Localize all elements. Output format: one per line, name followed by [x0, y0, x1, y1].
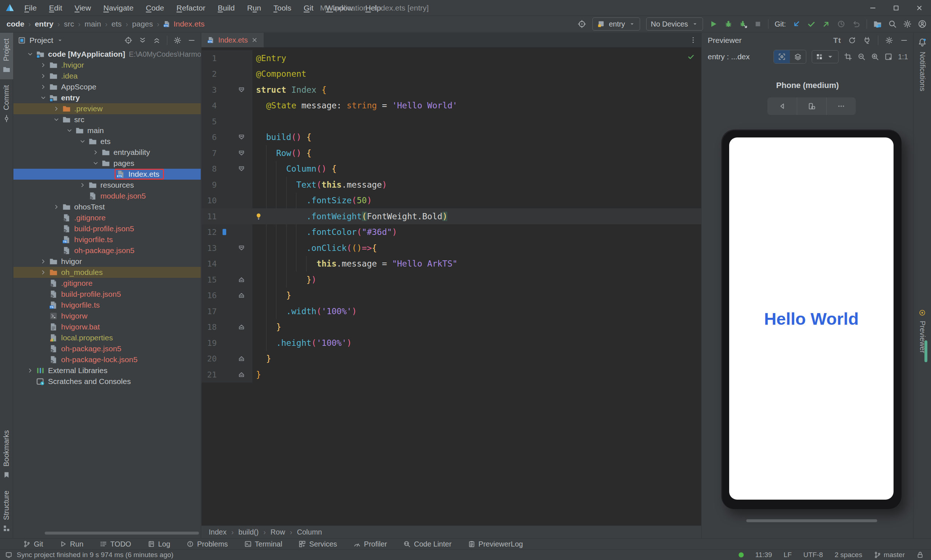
code-line-19[interactable]: 19 .height('100%'): [202, 335, 701, 351]
editor-breadcrumb-row[interactable]: Row: [271, 528, 285, 536]
code-line-1[interactable]: 1@Entry: [202, 50, 701, 66]
device-selector[interactable]: No Devices: [646, 17, 703, 31]
breadcrumb-main[interactable]: main: [85, 20, 101, 28]
chevron-right-icon[interactable]: [40, 73, 46, 79]
chevron-down-icon[interactable]: [53, 116, 60, 123]
breadcrumb-pages[interactable]: pages: [132, 20, 153, 28]
tab-options-icon[interactable]: [689, 36, 697, 44]
fold-close-icon[interactable]: [238, 323, 245, 331]
tool-window-services[interactable]: Services: [299, 540, 337, 548]
tree-item--hvigor[interactable]: .hvigor: [14, 60, 201, 71]
tool-window-run[interactable]: Run: [60, 540, 84, 548]
attach-debugger-button[interactable]: [739, 20, 748, 28]
fold-close-icon[interactable]: [238, 355, 245, 362]
tool-window-problems[interactable]: Problems: [186, 540, 228, 548]
fold-open-icon[interactable]: [238, 86, 245, 94]
tree-item-entry[interactable]: entry: [14, 92, 201, 103]
code-line-2[interactable]: 2@Component: [202, 66, 701, 82]
fold-open-icon[interactable]: [238, 149, 245, 157]
tree-item-scratches-and-consoles[interactable]: Scratches and Consoles: [14, 376, 201, 387]
minimize-button[interactable]: [861, 0, 885, 15]
unlock-icon[interactable]: [916, 551, 924, 558]
collapse-all-icon[interactable]: [153, 36, 161, 45]
tree-item-ets[interactable]: ets: [14, 136, 201, 147]
refresh-icon[interactable]: [848, 36, 856, 45]
code-editor[interactable]: 1@Entry2@Component3struct Index {4 @Stat…: [202, 48, 701, 525]
code-line-10[interactable]: 10 .fontSize(50): [202, 193, 701, 209]
chevron-right-icon[interactable]: [53, 204, 60, 210]
maximize-button[interactable]: [885, 0, 908, 15]
code-line-8[interactable]: 8 Column() {: [202, 161, 701, 177]
menu-code[interactable]: Code: [140, 0, 170, 16]
chevron-right-icon[interactable]: [27, 367, 34, 374]
debug-button[interactable]: [724, 20, 733, 28]
tree-item-build-profile-json5[interactable]: build-profile.json5: [14, 289, 201, 300]
hide-panel-icon[interactable]: [188, 36, 195, 45]
previewer-horizontal-scrollbar[interactable]: [746, 519, 877, 522]
layout-grid-selector[interactable]: [812, 50, 839, 63]
tree-item-hvigorfile-ts[interactable]: TShvigorfile.ts: [14, 300, 201, 311]
tree-item-entryability[interactable]: entryability: [14, 147, 201, 158]
plugin-icon[interactable]: [863, 36, 871, 45]
code-line-12[interactable]: 12 .fontColor("#36d"): [202, 225, 701, 240]
encoding-widget[interactable]: UTF-8: [803, 551, 823, 559]
more-options-button[interactable]: [826, 97, 856, 115]
tree-item-pages[interactable]: pages: [14, 158, 201, 169]
project-horizontal-scrollbar[interactable]: [45, 532, 199, 535]
zoom-in-icon[interactable]: [871, 53, 879, 61]
code-line-20[interactable]: 20 }: [202, 351, 701, 367]
sidebar-item-project[interactable]: Project: [0, 33, 13, 79]
sidebar-item-commit[interactable]: Commit: [0, 79, 13, 128]
tree-item-module-json5[interactable]: module.json5: [14, 191, 201, 202]
close-button[interactable]: [908, 0, 931, 15]
menu-edit[interactable]: Edit: [43, 0, 68, 16]
tree-item-main[interactable]: main: [14, 125, 201, 136]
tree-item-oh-package-lock-json5[interactable]: oh-package-lock.json5: [14, 354, 201, 365]
project-structure-icon[interactable]: [873, 20, 882, 28]
rotate-back-button[interactable]: [767, 97, 797, 115]
tree-item-external-libraries[interactable]: External Libraries: [14, 365, 201, 376]
search-icon[interactable]: [888, 20, 897, 28]
fold-close-icon[interactable]: [238, 276, 245, 283]
breadcrumb-code[interactable]: code: [6, 20, 25, 28]
hide-previewer-icon[interactable]: [900, 36, 908, 45]
font-size-icon[interactable]: Tt: [833, 36, 841, 45]
frame-icon[interactable]: [844, 53, 852, 61]
tree-item-oh-modules[interactable]: oh_modules: [14, 267, 201, 278]
run-button[interactable]: [709, 20, 718, 28]
code-line-5[interactable]: 5: [202, 114, 701, 129]
tree-item-code-myapplication-[interactable]: code [MyApplication]E:\A0MyCodes\Harmony…: [14, 49, 201, 60]
tree-item-oh-package-json5[interactable]: oh-package.json5: [14, 245, 201, 256]
tree-item-hvigorw[interactable]: hvigorw: [14, 311, 201, 322]
ratio-label[interactable]: 1:1: [898, 53, 908, 61]
previewer-settings-icon[interactable]: [885, 36, 893, 45]
fold-open-icon[interactable]: [238, 134, 245, 141]
tree-item-index-ets[interactable]: ETSIndex.ets: [14, 169, 201, 180]
phone-screen[interactable]: Hello World: [729, 137, 894, 500]
tool-window-previewerlog[interactable]: PreviewerLog: [468, 540, 523, 548]
git-branch-widget[interactable]: master: [874, 551, 905, 559]
tool-window-code-linter[interactable]: Code Linter: [403, 540, 451, 548]
code-line-17[interactable]: 17 .width('100%'): [202, 303, 701, 319]
tool-window-todo[interactable]: TODO: [100, 540, 131, 548]
menu-refactor[interactable]: Refactor: [170, 0, 211, 16]
tree-item-oh-package-json5[interactable]: oh-package.json5: [14, 343, 201, 354]
tree-item-hvigor[interactable]: hvigor: [14, 256, 201, 267]
tree-item-hvigorfile-ts[interactable]: TShvigorfile.ts: [14, 234, 201, 245]
code-line-16[interactable]: 16 }: [202, 288, 701, 304]
scroll-indicator[interactable]: [925, 340, 927, 362]
code-line-4[interactable]: 4 @State message: string = 'Hello World': [202, 98, 701, 114]
tool-window-log[interactable]: Log: [148, 540, 170, 548]
sidebar-item-structure[interactable]: Structure: [0, 485, 13, 538]
code-line-13[interactable]: 13 .onClick(()=>{: [202, 240, 701, 256]
line-ending-widget[interactable]: LF: [784, 551, 792, 559]
run-config-selector[interactable]: entry: [592, 17, 640, 31]
project-panel-title[interactable]: Project: [29, 36, 53, 45]
chevron-right-icon[interactable]: [53, 105, 60, 112]
editor-breadcrumb-column[interactable]: Column: [297, 528, 322, 536]
fold-open-icon[interactable]: [238, 165, 245, 172]
preview-eye-icon[interactable]: [778, 53, 786, 60]
fold-close-icon[interactable]: [238, 292, 245, 299]
menu-run[interactable]: Run: [241, 0, 267, 16]
chevron-down-icon[interactable]: [40, 95, 46, 101]
